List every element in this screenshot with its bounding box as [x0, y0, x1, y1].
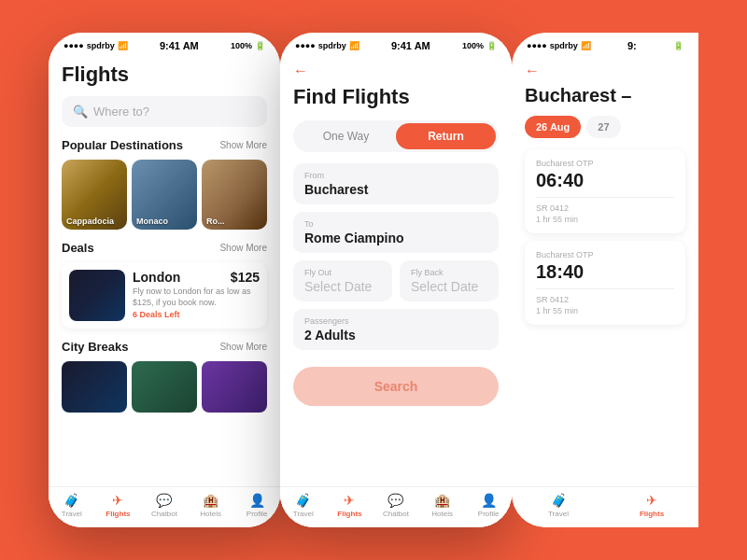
- flight2-divider: [536, 288, 674, 289]
- bottom-nav-1: 🧳 Travel ✈ Flights 💬 Chatbot 🏨 Hotels 👤: [49, 486, 280, 527]
- nav2-label-chatbot: Chatbot: [383, 510, 409, 518]
- dest-card-rome[interactable]: Ro...: [202, 160, 267, 230]
- to-label: To: [304, 219, 487, 229]
- fly-back-field[interactable]: Fly Back Select Date: [400, 260, 499, 301]
- city-breaks-section-header: City Breaks Show More: [62, 340, 267, 354]
- search-bar[interactable]: 🔍 Where to?: [62, 96, 267, 127]
- phone2-body: ← Find Flights One Way Return From Bucha…: [280, 55, 512, 486]
- nav2-hotels[interactable]: 🏨 Hotels: [419, 493, 466, 518]
- nav-flights[interactable]: ✈ Flights: [95, 493, 142, 518]
- search-icon: 🔍: [73, 105, 88, 119]
- fly-back-label: Fly Back: [411, 268, 487, 277]
- popular-show-more[interactable]: Show More: [219, 140, 267, 150]
- carrier-name-2: spdrby: [318, 41, 346, 50]
- nav-label-travel: Travel: [62, 510, 82, 518]
- battery-area-3: 🔋: [673, 41, 684, 50]
- return-toggle[interactable]: Return: [396, 123, 496, 149]
- profile-icon-2: 👤: [481, 493, 497, 508]
- carrier-name-3: spdrby: [550, 41, 578, 50]
- find-flights-title: Find Flights: [293, 85, 499, 109]
- fly-back-value: Select Date: [411, 279, 487, 294]
- bottom-nav-3: 🧳 Travel ✈ Flights: [512, 486, 698, 527]
- nav2-label-flights: Flights: [337, 510, 361, 518]
- flight2-duration: 1 hr 55 min: [536, 306, 674, 315]
- nav3-travel[interactable]: 🧳 Travel: [512, 493, 605, 518]
- passengers-value: 2 Adults: [304, 328, 487, 343]
- deal-price: $125: [231, 270, 260, 285]
- status-time-2: 9:41 AM: [391, 40, 430, 51]
- search-button[interactable]: Search: [293, 367, 499, 406]
- city-card-2[interactable]: [132, 361, 197, 413]
- date-row: Fly Out Select Date Fly Back Select Date: [293, 260, 499, 301]
- battery-icon-2: 🔋: [486, 41, 497, 50]
- travel-icon-2: 🧳: [295, 493, 311, 508]
- nav3-label-travel: Travel: [548, 510, 569, 518]
- one-way-toggle[interactable]: One Way: [296, 123, 396, 149]
- back-button-3[interactable]: ←: [525, 63, 685, 79]
- destinations-grid: Cappadocia Monaco Ro...: [62, 160, 267, 230]
- to-field[interactable]: To Rome Ciampino: [293, 212, 499, 253]
- phone1-body: Flights 🔍 Where to? Popular Destinations…: [49, 55, 280, 486]
- chatbot-icon-2: 💬: [388, 493, 403, 508]
- nav2-flights[interactable]: ✈ Flights: [327, 493, 374, 518]
- nav-chatbot[interactable]: 💬 Chatbot: [141, 493, 188, 518]
- wifi-icon-3: 📶: [581, 41, 591, 50]
- flight-card-2[interactable]: Bucharest OTP 18:40 SR 0412 1 hr 55 min: [525, 241, 685, 325]
- flight-card-1[interactable]: Bucharest OTP 06:40 SR 0412 1 hr 55 min: [525, 149, 685, 233]
- travel-icon-3: 🧳: [551, 493, 567, 508]
- to-value: Rome Ciampino: [304, 231, 487, 245]
- city-card-3[interactable]: [202, 361, 267, 413]
- date-tab-2[interactable]: 27: [586, 116, 620, 138]
- nav2-travel[interactable]: 🧳 Travel: [280, 493, 327, 518]
- deals-show-more[interactable]: Show More: [219, 243, 267, 253]
- from-field[interactable]: From Bucharest: [293, 163, 499, 204]
- deals-card[interactable]: London $125 Fly now to London for as low…: [62, 262, 267, 329]
- dest-card-cappadocia[interactable]: Cappadocia: [62, 160, 127, 230]
- dest-label-cappadocia: Cappadocia: [66, 217, 114, 226]
- flight1-code: SR 0412: [536, 203, 674, 213]
- nav-label-flights: Flights: [106, 510, 130, 518]
- flight1-time: 06:40: [536, 170, 674, 191]
- passengers-label: Passengers: [304, 316, 487, 326]
- nav2-profile[interactable]: 👤 Profile: [465, 493, 512, 518]
- deal-header: London $125: [133, 270, 260, 285]
- status-time: 9:41 AM: [160, 40, 199, 51]
- dest-card-monaco[interactable]: Monaco: [132, 160, 197, 230]
- flight2-airport: Bucharest OTP: [536, 250, 674, 259]
- date-tab-1[interactable]: 26 Aug: [525, 116, 581, 138]
- battery-area: 100% 🔋: [231, 41, 265, 50]
- flight2-code: SR 0412: [536, 295, 674, 304]
- dest-bg-cappadocia: Cappadocia: [62, 160, 127, 230]
- battery-icon-3: 🔋: [673, 41, 684, 50]
- city-breaks-show-more[interactable]: Show More: [219, 342, 267, 352]
- signal-dots: ●●●●: [63, 41, 84, 50]
- fly-out-field[interactable]: Fly Out Select Date: [293, 260, 392, 301]
- from-label: From: [304, 171, 487, 180]
- wifi-icon-2: 📶: [349, 41, 359, 50]
- nav3-flights[interactable]: ✈ Flights: [605, 493, 698, 518]
- deal-city: London: [133, 270, 180, 285]
- city-card-1[interactable]: [62, 361, 127, 413]
- popular-section-header: Popular Destinations Show More: [62, 138, 267, 152]
- signal-dots-3: ●●●●: [527, 41, 547, 50]
- dest-bg-rome: Ro...: [202, 160, 267, 230]
- carrier-icons: ●●●● spdrby 📶: [63, 41, 128, 50]
- nav-travel[interactable]: 🧳 Travel: [49, 493, 95, 518]
- city-breaks-row: [62, 361, 267, 413]
- passengers-field[interactable]: Passengers 2 Adults: [293, 309, 499, 350]
- dest-bg-monaco: Monaco: [132, 160, 197, 230]
- flight1-duration: 1 hr 55 min: [536, 215, 674, 224]
- hotels-icon-2: 🏨: [434, 493, 450, 508]
- battery-percent-2: 100%: [462, 41, 484, 50]
- deals-title: Deals: [62, 241, 94, 255]
- nav-profile[interactable]: 👤 Profile: [233, 493, 280, 518]
- battery-icon: 🔋: [255, 41, 265, 50]
- trip-type-toggle: One Way Return: [293, 120, 499, 152]
- back-button[interactable]: ←: [293, 63, 499, 79]
- phone3-body: ← Bucharest – 26 Aug 27 Bucharest OTP 06…: [512, 55, 698, 486]
- wifi-icon: 📶: [118, 41, 128, 50]
- nav-label-profile: Profile: [247, 510, 268, 518]
- nav-label-chatbot: Chatbot: [151, 510, 177, 518]
- nav2-chatbot[interactable]: 💬 Chatbot: [373, 493, 419, 518]
- nav-hotels[interactable]: 🏨 Hotels: [188, 493, 234, 518]
